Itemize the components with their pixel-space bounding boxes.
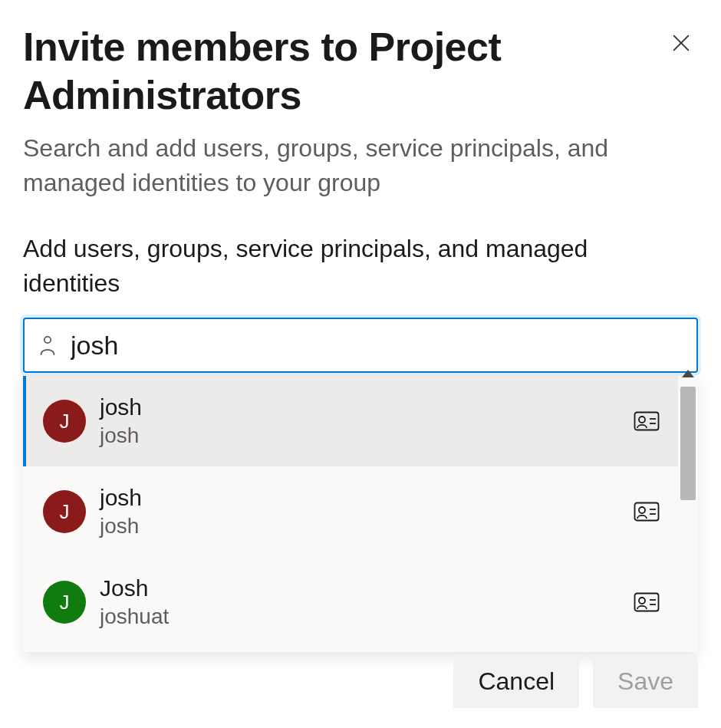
contact-card-icon[interactable] [634, 411, 660, 431]
svg-point-4 [639, 417, 645, 423]
suggestion-secondary: joshuat [100, 604, 620, 630]
dialog-title: Invite members to Project Administrators [23, 23, 664, 120]
dialog-subtitle: Search and add users, groups, service pr… [23, 131, 652, 200]
avatar: J [43, 400, 86, 443]
svg-point-12 [639, 598, 645, 604]
suggestion-item[interactable]: Jjoshjosh [23, 376, 678, 466]
dialog-footer: Cancel Save [453, 655, 698, 708]
person-icon [38, 335, 57, 355]
svg-point-2 [44, 337, 51, 343]
avatar: J [43, 490, 86, 533]
suggestion-item[interactable]: Jjoshjosh [23, 466, 678, 557]
suggestion-primary: Josh [100, 575, 620, 602]
close-icon [670, 28, 692, 60]
contact-card-icon[interactable] [634, 592, 660, 612]
scroll-thumb[interactable] [680, 387, 696, 500]
suggestion-secondary: josh [100, 423, 620, 449]
dropdown-scrollbar[interactable] [678, 376, 698, 652]
suggestions-dropdown: Jjoshjosh Jjoshjosh JJoshjoshuat [23, 376, 698, 652]
avatar: J [43, 581, 86, 624]
svg-point-8 [639, 507, 645, 513]
search-input-container[interactable] [23, 318, 698, 373]
suggestion-primary: josh [100, 484, 620, 512]
cancel-button[interactable]: Cancel [453, 655, 579, 708]
search-input[interactable] [71, 331, 683, 361]
suggestion-item[interactable]: JJoshjoshuat [23, 557, 678, 647]
suggestion-primary: josh [100, 394, 620, 421]
scroll-up-arrow-icon [682, 370, 694, 377]
suggestion-secondary: josh [100, 513, 620, 539]
field-label: Add users, groups, service principals, a… [23, 232, 652, 301]
contact-card-icon[interactable] [634, 502, 660, 522]
close-button[interactable] [664, 28, 698, 61]
save-button[interactable]: Save [593, 655, 698, 708]
